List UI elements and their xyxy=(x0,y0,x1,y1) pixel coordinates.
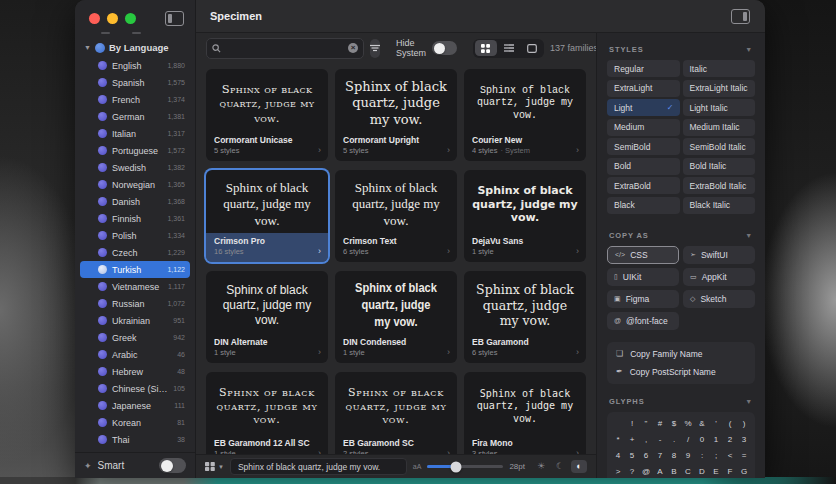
font-card[interactable]: Sphinx of black quartz, judge my vow. DI… xyxy=(335,271,457,363)
copy-as-button[interactable]: @ @font-face xyxy=(607,312,679,330)
glyph-cell[interactable]: ' xyxy=(709,417,723,431)
copy-as-button[interactable]: ➣ SwiftUI xyxy=(683,246,755,264)
font-card[interactable]: Sphinx of black quartz, judge my vow. Co… xyxy=(464,69,586,161)
font-card[interactable]: Sphinx of black quartz, judge my vow. Co… xyxy=(335,69,457,161)
sidebar-item-language[interactable]: Portuguese 1,572 xyxy=(80,142,190,159)
font-card[interactable]: Sphinx of black quartz, judge my vow. EB… xyxy=(206,372,328,454)
font-card[interactable]: Sphinx of black quartz, judge my vow. Fi… xyxy=(464,372,586,454)
preview-layout-button[interactable]: ▼ xyxy=(205,462,224,471)
glyph-cell[interactable]: = xyxy=(737,449,751,463)
style-item[interactable]: Bold Italic xyxy=(683,158,756,175)
sidebar-item-language[interactable]: Thai 38 xyxy=(80,431,190,448)
sidebar-item-language[interactable]: Arabic 46 xyxy=(80,346,190,363)
glyph-cell[interactable]: C xyxy=(681,465,695,479)
styles-section-header[interactable]: STYLES ▼ xyxy=(609,45,753,54)
copy-as-section-header[interactable]: COPY AS ▼ xyxy=(609,231,753,240)
style-item[interactable]: Medium xyxy=(607,119,680,136)
glyph-cell[interactable]: ) xyxy=(737,417,751,431)
glyph-cell[interactable]: . xyxy=(667,433,681,447)
chevron-icon[interactable]: ▼ xyxy=(745,398,753,405)
glyph-cell[interactable]: * xyxy=(611,433,625,447)
style-item[interactable]: Regular xyxy=(607,60,680,77)
glyph-cell[interactable]: 0 xyxy=(695,433,709,447)
hide-system-toggle[interactable] xyxy=(432,41,457,55)
copy-action-row[interactable]: ✒ Copy PostScript Name xyxy=(610,363,752,381)
style-item[interactable]: Italic xyxy=(683,60,756,77)
glyph-cell[interactable]: $ xyxy=(667,417,681,431)
glyph-cell[interactable]: - xyxy=(653,433,667,447)
grid-view-button[interactable] xyxy=(475,40,497,56)
sidebar-item-language[interactable]: Swedish 1,382 xyxy=(80,159,190,176)
style-item[interactable]: ExtraBold Italic xyxy=(683,177,756,194)
chevron-icon[interactable]: ▼ xyxy=(745,232,753,239)
glyph-cell[interactable] xyxy=(611,417,625,431)
style-item[interactable]: ExtraLight xyxy=(607,80,680,97)
glyph-cell[interactable]: @ xyxy=(639,465,653,479)
glyph-cell[interactable]: & xyxy=(695,417,709,431)
glyph-cell[interactable]: < xyxy=(723,449,737,463)
glyph-cell[interactable]: 4 xyxy=(611,449,625,463)
glyph-cell[interactable]: , xyxy=(639,433,653,447)
list-view-button[interactable] xyxy=(498,40,520,56)
sidebar-item-language[interactable]: Hebrew 48 xyxy=(80,363,190,380)
sidebar-group-by-language[interactable]: ▼ By Language xyxy=(75,38,195,57)
sidebar-item-language[interactable]: Turkish 1,122 xyxy=(80,261,190,278)
card-view-button[interactable] xyxy=(521,40,543,56)
glyph-cell[interactable]: G xyxy=(737,465,751,479)
style-item[interactable]: ExtraBold xyxy=(607,177,680,194)
clear-search-icon[interactable]: × xyxy=(348,43,358,53)
glyph-cell[interactable]: 6 xyxy=(639,449,653,463)
font-card[interactable]: Sphinx of black quartz, judge my vow. Cr… xyxy=(335,170,457,262)
sidebar-item-language[interactable]: Chinese (Si… 105 xyxy=(80,380,190,397)
glyph-cell[interactable]: ( xyxy=(723,417,737,431)
style-item[interactable]: Light xyxy=(607,99,680,116)
sidebar-item-language[interactable]: Japanese 111 xyxy=(80,397,190,414)
glyph-cell[interactable]: > xyxy=(611,465,625,479)
style-item[interactable]: Light Italic xyxy=(683,99,756,116)
sidebar-item-language[interactable]: Korean 81 xyxy=(80,414,190,431)
font-card[interactable]: Sphinx of black quartz, judge my vow. De… xyxy=(464,170,586,262)
copy-as-button[interactable]: </> CSS xyxy=(607,246,679,264)
font-card[interactable]: Sphinx of black quartz, judge my vow. Co… xyxy=(206,69,328,161)
glyph-cell[interactable]: B xyxy=(667,465,681,479)
copy-as-button[interactable]: ◇ Sketch xyxy=(683,290,755,308)
search-field[interactable]: × xyxy=(206,38,364,59)
style-item[interactable]: SemiBold Italic xyxy=(683,138,756,155)
style-item[interactable]: Bold xyxy=(607,158,680,175)
chevron-icon[interactable]: ▼ xyxy=(745,46,753,53)
glyph-cell[interactable]: A xyxy=(653,465,667,479)
sidebar-item-language[interactable]: Greek 942 xyxy=(80,329,190,346)
sidebar-item-language[interactable]: Czech 1,229 xyxy=(80,244,190,261)
style-item[interactable]: Black Italic xyxy=(683,197,756,214)
auto-contrast-icon[interactable]: ◐ xyxy=(571,460,587,473)
glyph-cell[interactable]: 9 xyxy=(681,449,695,463)
sidebar-item-language[interactable]: Ukrainian 951 xyxy=(80,312,190,329)
chevron-down-icon[interactable]: ▼ xyxy=(84,44,91,51)
sidebar-item-language[interactable]: Spanish 1,575 xyxy=(80,74,190,91)
glyph-cell[interactable]: : xyxy=(695,449,709,463)
copy-as-button[interactable]: ▯ UIKit xyxy=(607,268,679,286)
sidebar-item-language[interactable]: German 1,381 xyxy=(80,108,190,125)
glyph-cell[interactable]: 1 xyxy=(709,433,723,447)
search-input[interactable] xyxy=(225,42,344,54)
glyph-cell[interactable]: F xyxy=(723,465,737,479)
copy-action-row[interactable]: ❏ Copy Family Name xyxy=(610,345,752,363)
font-card[interactable]: Sphinx of black quartz, judge my vow. Cr… xyxy=(206,170,328,262)
font-card[interactable]: Sphinx of black quartz, judge my vow. DI… xyxy=(206,271,328,363)
glyph-cell[interactable]: 2 xyxy=(723,433,737,447)
glyph-cell[interactable]: E xyxy=(709,465,723,479)
glyph-cell[interactable]: ! xyxy=(625,417,639,431)
glyph-cell[interactable]: D xyxy=(695,465,709,479)
dark-mode-icon[interactable]: ☾ xyxy=(552,460,568,473)
sidebar-item-language[interactable]: Danish 1,368 xyxy=(80,193,190,210)
glyph-cell[interactable]: ; xyxy=(709,449,723,463)
toggle-inspector-panel-icon[interactable] xyxy=(731,9,750,24)
sidebar-item-language[interactable]: Polish 1,334 xyxy=(80,227,190,244)
font-card[interactable]: Sphinx of black quartz, judge my vow. EB… xyxy=(464,271,586,363)
font-size-slider[interactable] xyxy=(427,465,503,468)
style-item[interactable]: Black xyxy=(607,197,680,214)
style-item[interactable]: ExtraLight Italic xyxy=(683,80,756,97)
glyph-cell[interactable]: # xyxy=(653,417,667,431)
smart-toggle[interactable] xyxy=(159,458,186,473)
sidebar-item-language[interactable]: Italian 1,317 xyxy=(80,125,190,142)
